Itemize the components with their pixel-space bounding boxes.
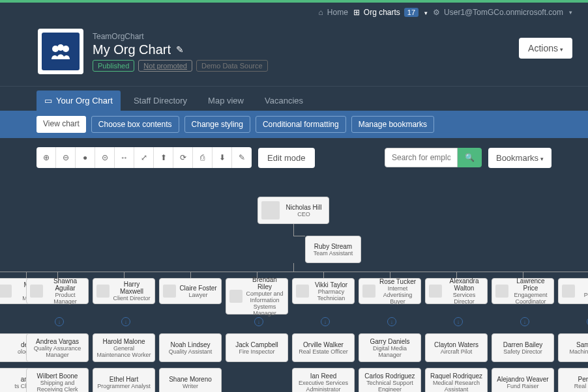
orgchart-count-badge: 17 xyxy=(404,8,419,17)
not-promoted-link[interactable]: Not promoted xyxy=(138,60,192,72)
avatar xyxy=(163,285,176,298)
actions-button[interactable]: Actions xyxy=(519,38,572,59)
app-logo xyxy=(38,29,83,74)
org-node[interactable]: Alexandra WaltonServices Director xyxy=(425,278,488,304)
org-node[interactable]: Raquel RodriquezMedical Research Assista… xyxy=(425,368,488,392)
bookmarks-button[interactable]: Bookmarks xyxy=(488,148,551,168)
nav-orgcharts[interactable]: ⊞Org charts 17 xyxy=(353,8,428,17)
up-icon[interactable]: ⬆ xyxy=(154,147,173,168)
add-icon[interactable]: ● xyxy=(76,147,95,168)
change-styling-button[interactable]: Change styling xyxy=(184,116,250,133)
search-icon: 🔍 xyxy=(465,153,475,162)
expand-icon[interactable]: ⤢ xyxy=(134,147,154,168)
org-node[interactable]: Alejandro WeaverFund Raiser xyxy=(492,368,554,392)
org-node[interactable]: Lawrence PriceEngagement Coordinator xyxy=(492,278,554,304)
print-icon[interactable]: ⎙ xyxy=(193,147,213,168)
org-node[interactable]: Rose TuckerInternet Advertising Buyer xyxy=(359,278,421,304)
chart-icon: ⊞ xyxy=(353,8,360,17)
export-icon[interactable]: ⬇ xyxy=(213,147,232,168)
expand-icon[interactable]: ↓ xyxy=(121,317,130,326)
org-node[interactable]: Vikki TaylorPharmacy Technician xyxy=(292,278,355,304)
org-node[interactable]: Garry DanielsDigital Media Manager xyxy=(359,333,421,362)
org-node[interactable]: SamanthMachine T Ope xyxy=(558,333,588,362)
org-node[interactable]: Andrea VargasQuality Assurance Manager xyxy=(26,333,89,362)
search-button[interactable]: 🔍 xyxy=(458,148,482,167)
avatar xyxy=(429,285,442,298)
expand-icon[interactable]: ↓ xyxy=(387,317,396,326)
home-icon: ⌂ xyxy=(319,8,323,17)
org-node[interactable]: Jack CampbellFire Inspector xyxy=(226,333,288,362)
box-contents-button[interactable]: Choose box contents xyxy=(91,116,179,133)
avatar xyxy=(296,285,309,298)
org-node[interactable]: Percy SReal Estate xyxy=(558,368,588,392)
org-node[interactable]: Ian ReedExecutive Services Administrator xyxy=(292,368,355,392)
edit-title-icon[interactable]: ✎ xyxy=(176,44,184,55)
avatar xyxy=(229,290,243,303)
org-node[interactable]: Brendan RileyComputer and Information Sy… xyxy=(226,278,288,315)
org-node[interactable]: Nicholas HillCEO xyxy=(257,197,329,224)
expand-icon[interactable]: ↓ xyxy=(254,317,263,326)
avatar xyxy=(96,285,110,298)
tab-map-view[interactable]: Map view xyxy=(200,91,252,111)
org-node[interactable]: Wilbert BooneShipping and Receiving Cler… xyxy=(26,368,89,392)
org-node[interactable]: TinPr Control xyxy=(558,278,588,304)
avatar xyxy=(562,285,575,298)
org-node[interactable]: Ethel HartProgrammer Analyst xyxy=(93,368,155,392)
org-node[interactable]: Harold MaloneGeneral Maintenance Worker xyxy=(93,333,155,362)
nav-user[interactable]: ⚙User1@TomGCo.onmicrosoft.com xyxy=(433,8,572,17)
org-node[interactable]: Orville WalkerReal Estate Officer xyxy=(292,333,355,362)
nav-home[interactable]: ⌂Home xyxy=(319,8,348,17)
org-node[interactable]: Darren BaileySafety Director xyxy=(492,333,554,362)
svg-point-2 xyxy=(63,46,69,52)
org-node[interactable]: Clayton WatersAircraft Pilot xyxy=(425,333,488,362)
avatar xyxy=(495,285,508,298)
fit-width-icon[interactable]: ↔ xyxy=(115,147,134,168)
published-badge: Published xyxy=(93,60,134,72)
refresh-icon[interactable]: ⟳ xyxy=(173,147,193,168)
remove-icon[interactable]: ⊝ xyxy=(95,147,115,168)
org-node[interactable]: Ruby StreamTeam Assistant xyxy=(305,236,361,263)
card-icon: ▭ xyxy=(44,96,52,105)
search-input[interactable] xyxy=(385,148,458,167)
user-icon: ⚙ xyxy=(433,8,440,17)
avatar xyxy=(362,285,375,298)
org-node[interactable]: Shawna AguilarProduct Manager xyxy=(26,278,89,304)
brush-icon[interactable]: ✎ xyxy=(232,147,252,168)
view-chart-button[interactable]: View chart xyxy=(37,116,86,133)
zoom-in-icon[interactable]: ⊕ xyxy=(37,147,56,168)
zoom-out-icon[interactable]: ⊖ xyxy=(56,147,76,168)
expand-icon[interactable]: ↓ xyxy=(454,317,463,326)
expand-icon[interactable]: ↓ xyxy=(55,317,64,326)
avatar xyxy=(30,285,43,298)
org-node[interactable]: Noah LindseyQuality Assistant xyxy=(159,333,222,362)
org-node[interactable]: Shane MorenoWriter xyxy=(159,368,222,392)
conditional-formatting-button[interactable]: Conditional formatting xyxy=(256,116,346,133)
avatar xyxy=(261,201,280,219)
org-node[interactable]: Harry MaxwellClient Director xyxy=(93,278,155,304)
manage-bookmarks-button[interactable]: Manage bookmarks xyxy=(351,116,434,133)
tab-your-org-chart[interactable]: ▭Your Org Chart xyxy=(37,91,121,111)
org-node[interactable]: Claire FosterLawyer xyxy=(159,278,222,304)
expand-icon[interactable]: ↓ xyxy=(321,317,330,326)
page-title: My Org Chart✎ xyxy=(93,42,268,57)
org-node[interactable]: Carlos RodriguezTechnical Support Engine… xyxy=(359,368,421,392)
tab-staff-directory[interactable]: Staff Directory xyxy=(126,91,195,111)
tab-vacancies[interactable]: Vacancies xyxy=(257,91,311,111)
avatar xyxy=(0,285,12,298)
data-source-badge: Demo Data Source xyxy=(196,60,268,72)
app-subtitle: TeamOrgChart xyxy=(93,32,268,41)
edit-mode-button[interactable]: Edit mode xyxy=(258,148,315,168)
expand-icon[interactable]: ↓ xyxy=(520,317,529,326)
